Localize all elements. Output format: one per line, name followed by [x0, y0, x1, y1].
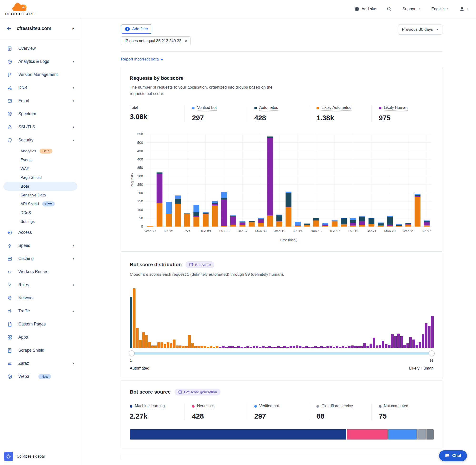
- bot-score-doc-pill[interactable]: Bot Score: [186, 261, 214, 268]
- stat-cloudflare-service: Cloudflare service88: [309, 403, 371, 420]
- histogram-bar: [176, 346, 179, 348]
- svg-text:Sat 21: Sat 21: [367, 229, 376, 233]
- histogram-bar: [382, 341, 384, 348]
- sidebar-item-analytics-logs[interactable]: Analytics & Logs▼: [0, 55, 81, 68]
- sidebar-item-version-management[interactable]: Version Management: [0, 68, 81, 81]
- histogram-bar: [259, 347, 262, 348]
- histogram-bar: [397, 334, 400, 348]
- histogram-bar: [308, 347, 311, 348]
- sidebar-item-workers-routes[interactable]: Workers Routes: [0, 265, 81, 278]
- sidebar-item-traffic[interactable]: Traffic▼: [0, 305, 81, 318]
- filter-chip[interactable]: IP does not equal 35.212.240.32 ✕: [121, 36, 191, 45]
- sidebar-item-web3[interactable]: Web3New: [0, 370, 81, 383]
- sidebar-subitem-analytics[interactable]: AnalyticsBeta: [3, 147, 77, 156]
- sidebar-subitem-waf[interactable]: WAF: [3, 164, 77, 173]
- remove-filter-icon[interactable]: ✕: [185, 39, 188, 43]
- access-icon: [7, 230, 12, 235]
- gear-icon: [6, 454, 11, 459]
- sidebar-item-rules[interactable]: Rules▼: [0, 278, 81, 291]
- account-menu[interactable]: ▼: [459, 6, 469, 12]
- sidebar-item-zaraz[interactable]: Zaraz▼: [0, 357, 81, 370]
- pages-icon: [7, 322, 12, 327]
- sidebar-item-access[interactable]: Access: [0, 226, 81, 239]
- apps-icon: [7, 335, 12, 340]
- back-arrow-icon[interactable]: [6, 26, 12, 32]
- histogram-bar: [139, 340, 142, 348]
- sidebar-item-custom-pages[interactable]: Custom Pages: [0, 318, 81, 331]
- sidebar-item-scrape-shield[interactable]: Scrape Shield: [0, 344, 81, 357]
- book-icon: [189, 263, 193, 267]
- histogram-bar: [164, 344, 166, 348]
- bot-score-generation-doc-pill[interactable]: Bot score generation: [175, 389, 221, 395]
- histogram-bar: [327, 346, 329, 348]
- legend-dot: [379, 107, 381, 109]
- sidebar-subitem-api-shield[interactable]: API ShieldNew: [3, 200, 77, 208]
- histogram-bar: [219, 347, 222, 348]
- sidebar-subitem-bots[interactable]: Bots: [3, 182, 77, 191]
- sidebar-item-ssl-tls[interactable]: SSL/TLS▼: [0, 120, 81, 134]
- requests-by-bot-score-card: Requests by bot score The number of requ…: [121, 67, 443, 252]
- main-content: + Add filter IP does not equal 35.212.24…: [81, 18, 476, 465]
- sidebar-subitem-page-shield[interactable]: Page Shield: [3, 173, 77, 182]
- settings-gear-button[interactable]: [4, 452, 13, 461]
- slider-track[interactable]: [130, 352, 434, 355]
- sidebar-subitem-ddos[interactable]: DDoS: [3, 208, 77, 217]
- histogram-bar: [400, 336, 403, 348]
- svg-text:150: 150: [138, 199, 143, 203]
- stat-value: 88: [317, 412, 371, 420]
- site-expand-icon[interactable]: ▶: [73, 27, 74, 30]
- svg-text:200: 200: [138, 191, 143, 195]
- svg-text:Thu 19: Thu 19: [348, 229, 358, 233]
- sidebar-item-apps[interactable]: Apps: [0, 331, 81, 344]
- legend-dot: [130, 405, 132, 408]
- sidebar-item-email[interactable]: Email▼: [0, 94, 81, 107]
- add-site-button[interactable]: Add site: [355, 7, 376, 11]
- slider-handle-min[interactable]: [129, 350, 135, 356]
- search-button[interactable]: [387, 6, 392, 12]
- sidebar-item-security[interactable]: Security▲: [0, 134, 81, 147]
- histogram-bar: [277, 346, 280, 348]
- stat-likely-human: Likely Human975: [371, 105, 434, 122]
- sidebar-item-network[interactable]: Network: [0, 291, 81, 305]
- histogram-bar: [428, 326, 431, 348]
- chevron-down-icon: ▼: [72, 61, 74, 63]
- add-filter-button[interactable]: + Add filter: [121, 24, 152, 33]
- sidebar-item-speed[interactable]: Speed▼: [0, 239, 81, 252]
- sidebar-subitem-events[interactable]: Events: [3, 156, 77, 164]
- chat-button[interactable]: Chat: [439, 450, 467, 461]
- support-menu[interactable]: Support▼: [402, 7, 421, 11]
- sidebar: cftestsite3.com ▶ OverviewAnalytics & Lo…: [0, 18, 81, 465]
- source-segment-machine-learning: [130, 429, 346, 440]
- sidebar-subitem-sensitive-data[interactable]: Sensitive Data: [3, 191, 77, 200]
- report-incorrect-data-link[interactable]: Report incorrect data ▶: [121, 57, 163, 62]
- histogram-bar: [241, 347, 243, 348]
- speed-icon: [7, 243, 12, 248]
- chevron-down-icon: ▼: [72, 258, 74, 260]
- histogram-bar: [329, 346, 332, 348]
- histogram-bar: [425, 323, 427, 348]
- svg-text:450: 450: [138, 149, 143, 153]
- histogram-bar: [154, 346, 157, 348]
- histogram-bar: [413, 339, 415, 348]
- overview-icon: [7, 46, 12, 51]
- stat-value: 428: [254, 114, 309, 122]
- collapse-sidebar-row[interactable]: Collapse sidebar: [0, 449, 81, 465]
- chevron-down-icon: ▼: [72, 244, 74, 247]
- svg-text:250: 250: [138, 183, 143, 186]
- svg-text:300: 300: [138, 174, 143, 178]
- site-header[interactable]: cftestsite3.com ▶: [0, 18, 81, 39]
- sidebar-item-spectrum[interactable]: Spectrum: [0, 107, 81, 120]
- histogram-bar: [185, 346, 188, 348]
- language-menu[interactable]: English▼: [431, 7, 449, 11]
- web3-icon: [7, 374, 12, 379]
- sidebar-item-caching[interactable]: Caching▼: [0, 252, 81, 265]
- sidebar-item-dns[interactable]: DNS▼: [0, 81, 81, 94]
- histogram-bar: [370, 344, 372, 348]
- slider-max-value: 99: [430, 358, 434, 363]
- svg-text:Tue 03: Tue 03: [200, 229, 211, 233]
- sidebar-subitem-settings[interactable]: Settings: [3, 217, 77, 226]
- slider-handle-max[interactable]: [429, 350, 434, 356]
- date-range-select[interactable]: Previous 30 days ▼: [398, 24, 443, 34]
- histogram-bar: [345, 347, 348, 348]
- sidebar-item-overview[interactable]: Overview: [0, 42, 81, 55]
